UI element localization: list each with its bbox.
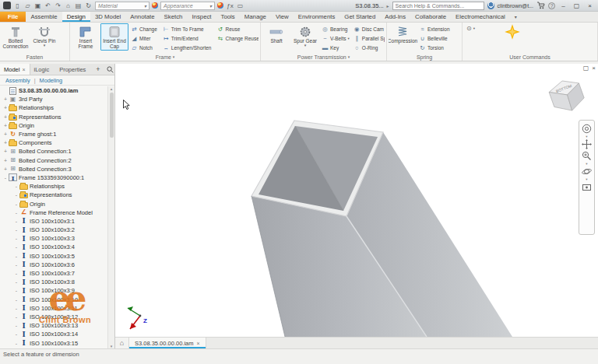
ribbon-tab[interactable]: Environments xyxy=(294,12,340,22)
orbit-icon[interactable] xyxy=(582,166,592,177)
clevis-pin-button[interactable]: Clevis Pin ▾ xyxy=(30,23,58,49)
tree-expander[interactable]: + xyxy=(2,114,9,120)
tree-expander[interactable]: - xyxy=(13,288,19,293)
browser-tab[interactable]: iLogic xyxy=(30,64,56,75)
chevron-down-icon[interactable]: ▾ xyxy=(586,163,587,165)
tree-expander[interactable]: - xyxy=(13,341,19,346)
tree-expander[interactable]: - xyxy=(13,254,19,259)
inventor-app-icon[interactable] xyxy=(3,2,11,9)
tree-item[interactable]: + 3rd Party xyxy=(0,95,107,103)
document-restore-icon[interactable]: ▢ xyxy=(583,65,589,72)
ribbon-small-button[interactable]: ⇄ Change xyxy=(129,24,160,33)
tree-expander[interactable]: + xyxy=(2,166,9,172)
tree-item[interactable]: - Representations xyxy=(0,191,107,199)
ribbon-small-button[interactable]: ~ V-Belts ▾ xyxy=(320,33,351,43)
ribbon-tab[interactable]: Sketch xyxy=(160,12,188,22)
close-icon[interactable]: × xyxy=(22,67,25,72)
tree-item[interactable]: - ISO 100x100x3:14 xyxy=(0,330,107,338)
ribbon-tab[interactable]: Tools xyxy=(216,12,240,22)
cart-icon[interactable] xyxy=(536,2,545,9)
browser-tab[interactable]: Properties xyxy=(55,64,92,75)
help-icon[interactable]: ? xyxy=(548,2,555,9)
ribbon-small-button[interactable]: ↦ Trim/Extend xyxy=(161,33,215,43)
tree-expander[interactable]: + xyxy=(2,96,9,102)
tree-item[interactable]: - ISO 100x100x3:13 xyxy=(0,321,107,330)
tree-expander[interactable]: - xyxy=(13,184,19,189)
tree-expander[interactable]: + xyxy=(2,131,9,137)
model-geometry[interactable] xyxy=(115,64,598,337)
ribbon-small-button[interactable]: ▬ Key xyxy=(320,43,351,52)
ribbon-tab[interactable]: Electromechanical xyxy=(451,12,510,22)
tree-item[interactable]: - ISO 100x100x3:8 xyxy=(0,278,107,286)
tree-item[interactable]: - Frame 1533593090000:1 xyxy=(0,173,107,182)
chevron-down-icon[interactable]: ▾ xyxy=(586,135,587,138)
ribbon-small-button[interactable]: ∥ Parallel Splines ▾ xyxy=(352,33,385,43)
ribbon-tab[interactable]: Inspect xyxy=(187,12,216,22)
pan-icon[interactable] xyxy=(582,139,592,149)
material-dropdown[interactable]: Material ▾ xyxy=(95,2,150,10)
ribbon-tab[interactable]: View xyxy=(271,12,294,22)
ribbon-small-button[interactable]: ↺ Reuse xyxy=(215,24,259,33)
document-close-icon[interactable]: × xyxy=(592,65,596,72)
tree-item[interactable]: + Frame ghost:1 xyxy=(0,130,107,138)
tree-expander[interactable]: - xyxy=(13,271,19,276)
shaft-button[interactable]: Shaft xyxy=(262,23,290,45)
tree-expander[interactable]: + xyxy=(2,158,9,163)
ribbon-small-button[interactable]: ◢ Miter xyxy=(129,33,160,43)
panel-overflow-button[interactable]: ⊙ ▾ xyxy=(464,23,477,33)
tree-item[interactable]: + Relationships xyxy=(0,103,107,112)
tree-expander[interactable]: - xyxy=(13,323,19,328)
tree-expander[interactable]: - xyxy=(13,262,19,268)
tree-item[interactable]: + Bolted Connection:3 xyxy=(0,165,107,173)
spur-gear-button[interactable]: Spur Gear ▾ xyxy=(291,23,319,49)
look-at-icon[interactable] xyxy=(582,182,592,192)
tree-item[interactable]: - Origin xyxy=(0,199,107,208)
qat-icon[interactable]: ▤ xyxy=(74,2,83,9)
ribbon-small-button[interactable]: ▱ Notch xyxy=(129,43,160,52)
maximize-button[interactable]: ▢ xyxy=(572,2,582,9)
chevron-down-icon[interactable]: ▾ xyxy=(586,178,587,180)
user-avatar-icon[interactable] xyxy=(487,2,494,9)
qat-icon[interactable]: ▭ xyxy=(236,2,244,9)
qat-icon[interactable]: ↻ xyxy=(84,2,93,9)
ribbon-small-button[interactable]: ◉ Disc Cam ▾ xyxy=(352,24,385,33)
ribbon-tab[interactable]: File xyxy=(0,12,26,22)
panel-label-power[interactable]: Power Transmission▾ xyxy=(262,53,385,61)
tree-expander[interactable]: - xyxy=(13,297,19,303)
tree-expander[interactable]: - xyxy=(13,192,19,198)
ribbon-small-button[interactable]: ⇆ Change Reuse xyxy=(215,33,259,43)
graphics-viewport[interactable]: ▢ × BOTT xyxy=(115,64,598,337)
browser-tab[interactable]: Model × xyxy=(0,64,30,75)
close-button[interactable]: × xyxy=(585,2,595,9)
tree-item[interactable]: - ISO 100x100x3:5 xyxy=(0,252,107,261)
tree-expander[interactable]: - xyxy=(13,306,19,311)
tree-expander[interactable]: - xyxy=(13,227,19,233)
document-tab[interactable]: S3.08.35.00.00.00.iam × xyxy=(129,338,206,348)
ribbon-tab[interactable]: 3D Model xyxy=(90,12,125,22)
ribbon-tab[interactable]: Annotate xyxy=(125,12,159,22)
close-icon[interactable]: × xyxy=(196,341,199,346)
tree-expander[interactable]: - xyxy=(13,314,19,320)
qat-icon[interactable]: ƒx xyxy=(226,2,234,9)
ribbon-small-button[interactable]: ◎ Bearing xyxy=(320,24,351,33)
browser-scrollbar[interactable]: ▴ ▾ xyxy=(107,86,114,348)
ribbon-tab[interactable]: ▾ xyxy=(510,12,522,22)
qat-icon[interactable]: ↶ xyxy=(44,2,52,9)
compression-spring-button[interactable]: Compression xyxy=(389,23,417,45)
tree-item[interactable]: - ISO 100x100x3:2 xyxy=(0,226,107,234)
tree-expander[interactable]: - xyxy=(13,244,19,250)
tree-expander[interactable]: - xyxy=(13,201,19,207)
insert-end-cap-button[interactable]: Insert End Cap xyxy=(100,23,128,51)
tree-expander[interactable]: - xyxy=(13,210,19,215)
panel-label-frame[interactable]: Frame▾ xyxy=(72,53,259,61)
tree-item[interactable]: - ISO 100x100x3:4 xyxy=(0,243,107,251)
tree-expander[interactable]: - xyxy=(13,236,19,241)
zoom-icon[interactable] xyxy=(582,151,592,161)
tree-item[interactable]: + Representations xyxy=(0,113,107,121)
qat-icon[interactable]: ▯ xyxy=(13,2,22,9)
tree-expander[interactable]: - xyxy=(13,331,19,337)
scroll-up-icon[interactable]: ▴ xyxy=(111,86,113,91)
view-modeling[interactable]: Modeling xyxy=(40,77,63,84)
qat-icon[interactable]: ⌂ xyxy=(64,2,72,9)
title-arrow-icon[interactable]: ▸ xyxy=(387,3,389,9)
